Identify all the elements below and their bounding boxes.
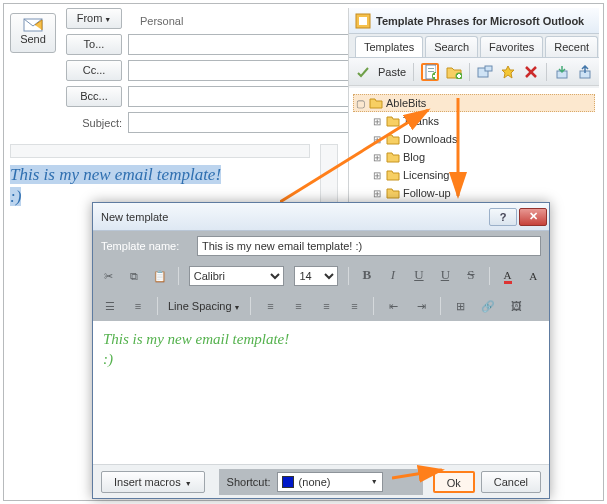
italic-button[interactable]: I bbox=[385, 267, 401, 285]
to-input[interactable] bbox=[128, 34, 350, 55]
shortcut-color-swatch bbox=[282, 476, 294, 488]
dialog-title: New template bbox=[101, 211, 487, 223]
folder-icon bbox=[386, 133, 400, 145]
expand-icon[interactable]: ⊞ bbox=[371, 170, 383, 181]
panel-title: Template Phrases for Microsoft Outlook bbox=[349, 8, 599, 34]
shortcut-select[interactable]: (none) ▼ bbox=[277, 472, 383, 492]
paste-label[interactable]: Paste bbox=[378, 66, 406, 78]
bcc-button[interactable]: Bcc... bbox=[66, 86, 122, 107]
insert-image-button[interactable]: 🖼 bbox=[507, 297, 525, 315]
font-color-button[interactable]: A bbox=[500, 267, 516, 285]
expand-icon[interactable]: ⊞ bbox=[371, 152, 383, 163]
subject-input[interactable] bbox=[128, 112, 350, 133]
tree-item-licensing[interactable]: ⊞Licensing bbox=[353, 166, 595, 184]
to-button[interactable]: To... bbox=[66, 34, 122, 55]
cc-input[interactable] bbox=[128, 60, 350, 81]
template-editor[interactable]: This is my new email template! :) bbox=[93, 321, 549, 481]
tree-item-thanks[interactable]: ⊞Thanks bbox=[353, 112, 595, 130]
numbering-button[interactable]: ≡ bbox=[129, 297, 147, 315]
app-frame: Send Personal From▼ To... Cc... Bcc... S… bbox=[3, 3, 604, 501]
template-name-input[interactable] bbox=[197, 236, 541, 256]
cut-icon[interactable]: ✂ bbox=[101, 267, 117, 285]
bold-button[interactable]: B bbox=[359, 267, 375, 285]
template-name-row: Template name: bbox=[93, 231, 549, 261]
panel-tabs: Templates Search Favorites Recent bbox=[349, 34, 599, 58]
tree-item-downloads[interactable]: ⊞Downloads bbox=[353, 130, 595, 148]
insert-macros-button[interactable]: Insert macros▼ bbox=[101, 471, 205, 493]
double-underline-button[interactable]: U bbox=[437, 267, 453, 285]
collapse-icon[interactable]: ▢ bbox=[354, 98, 366, 109]
paste-icon[interactable]: 📋 bbox=[152, 267, 168, 285]
bcc-input[interactable] bbox=[128, 86, 350, 107]
subject-label: Subject: bbox=[66, 117, 122, 129]
from-button[interactable]: From▼ bbox=[66, 8, 122, 29]
bullets-button[interactable]: ☰ bbox=[101, 297, 119, 315]
format-toolbar-row2: ☰ ≡ Line Spacing ▼ ≡ ≡ ≡ ≡ ⇤ ⇥ ⊞ 🔗 🖼 bbox=[93, 291, 549, 321]
insert-link-button[interactable]: 🔗 bbox=[479, 297, 497, 315]
font-select[interactable]: Calibri bbox=[189, 266, 285, 286]
dialog-titlebar[interactable]: New template ? ✕ bbox=[93, 203, 549, 231]
tab-favorites[interactable]: Favorites bbox=[480, 36, 543, 57]
selected-text-line2: :) bbox=[10, 187, 21, 206]
new-template-dialog: New template ? ✕ Template name: ✂ ⧉ 📋 Ca… bbox=[92, 202, 550, 499]
outdent-button[interactable]: ⇤ bbox=[384, 297, 402, 315]
align-center-button[interactable]: ≡ bbox=[289, 297, 307, 315]
svg-rect-8 bbox=[433, 75, 436, 77]
align-justify-button[interactable]: ≡ bbox=[345, 297, 363, 315]
editor-line1: This is my new email template! bbox=[103, 329, 539, 349]
paste-check-icon[interactable] bbox=[355, 63, 371, 81]
highlight-button[interactable]: A bbox=[525, 267, 541, 285]
import-button[interactable] bbox=[554, 63, 570, 81]
expand-icon[interactable]: ⊞ bbox=[371, 188, 383, 199]
close-button[interactable]: ✕ bbox=[519, 208, 547, 226]
shortcut-bar: Shortcut: (none) ▼ bbox=[219, 469, 423, 495]
horizontal-ruler bbox=[10, 144, 310, 158]
new-template-button[interactable] bbox=[421, 63, 439, 81]
delete-button[interactable] bbox=[523, 63, 539, 81]
send-label: Send bbox=[20, 33, 46, 45]
edit-button[interactable] bbox=[477, 63, 493, 81]
underline-button[interactable]: U bbox=[411, 267, 427, 285]
tree-item-blog[interactable]: ⊞Blog bbox=[353, 148, 595, 166]
insert-table-button[interactable]: ⊞ bbox=[451, 297, 469, 315]
tab-templates[interactable]: Templates bbox=[355, 36, 423, 57]
folder-open-icon bbox=[369, 97, 383, 109]
cancel-button[interactable]: Cancel bbox=[481, 471, 541, 493]
indent-button[interactable]: ⇥ bbox=[412, 297, 430, 315]
compose-header: Send Personal From▼ To... Cc... Bcc... S… bbox=[10, 7, 350, 137]
cc-button[interactable]: Cc... bbox=[66, 60, 122, 81]
align-left-button[interactable]: ≡ bbox=[261, 297, 279, 315]
selected-text-line1: This is my new email template! bbox=[10, 165, 221, 184]
tree-item-followup[interactable]: ⊞Follow-up bbox=[353, 184, 595, 202]
folder-icon bbox=[386, 151, 400, 163]
line-spacing-button[interactable]: Line Spacing ▼ bbox=[168, 300, 240, 312]
svg-rect-11 bbox=[457, 75, 461, 77]
help-button[interactable]: ? bbox=[489, 208, 517, 226]
panel-toolbar: Paste bbox=[349, 58, 599, 86]
align-right-button[interactable]: ≡ bbox=[317, 297, 335, 315]
send-button[interactable]: Send bbox=[10, 13, 56, 53]
template-name-label: Template name: bbox=[101, 240, 191, 252]
new-folder-button[interactable] bbox=[446, 63, 462, 81]
expand-icon[interactable]: ⊞ bbox=[371, 116, 383, 127]
ok-button[interactable]: Ok bbox=[433, 471, 475, 493]
svg-rect-5 bbox=[428, 71, 434, 72]
strike-button[interactable]: S bbox=[463, 267, 479, 285]
favorite-button[interactable] bbox=[500, 63, 516, 81]
tab-search[interactable]: Search bbox=[425, 36, 478, 57]
format-toolbar-row1: ✂ ⧉ 📋 Calibri 14 B I U U S A A bbox=[93, 261, 549, 291]
folder-icon bbox=[386, 187, 400, 199]
svg-rect-13 bbox=[485, 66, 492, 71]
svg-rect-4 bbox=[428, 68, 434, 69]
shortcut-label: Shortcut: bbox=[227, 476, 271, 488]
mail-send-icon bbox=[23, 18, 43, 32]
tree-root[interactable]: ▢ AbleBits bbox=[353, 94, 595, 112]
tab-recent[interactable]: Recent bbox=[545, 36, 598, 57]
folder-icon bbox=[386, 169, 400, 181]
svg-rect-2 bbox=[359, 17, 367, 25]
expand-icon[interactable]: ⊞ bbox=[371, 134, 383, 145]
account-label: Personal bbox=[140, 15, 183, 27]
size-select[interactable]: 14 bbox=[294, 266, 338, 286]
export-button[interactable] bbox=[577, 63, 593, 81]
copy-icon[interactable]: ⧉ bbox=[127, 267, 143, 285]
